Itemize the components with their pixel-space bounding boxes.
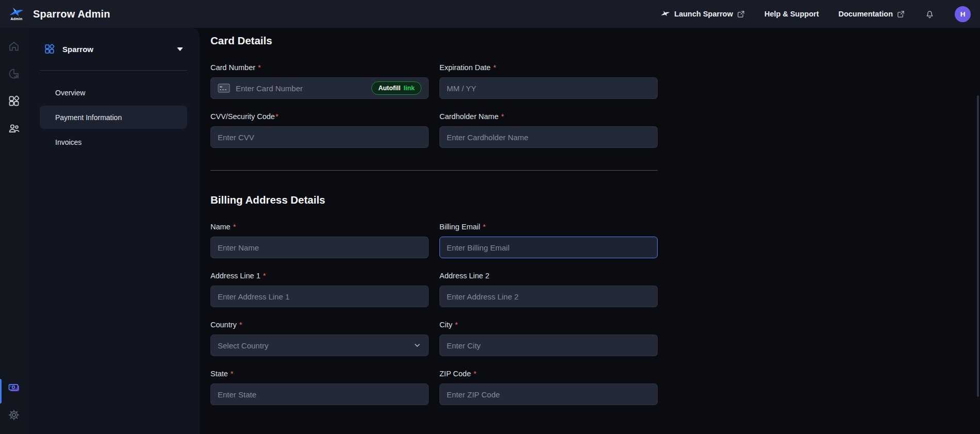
launch-sparrow-label: Launch Sparrow bbox=[674, 10, 733, 18]
external-link-icon bbox=[737, 10, 745, 18]
required-marker: * bbox=[493, 63, 496, 72]
launch-sparrow-link[interactable]: Launch Sparrow bbox=[661, 10, 745, 18]
name-field: Name * bbox=[210, 223, 429, 258]
app-logo: Admin bbox=[6, 7, 27, 21]
expiration-date-field: Expiration Date * bbox=[439, 63, 658, 99]
sidebar-item-invoices[interactable]: Invoices bbox=[40, 130, 187, 154]
city-input[interactable] bbox=[447, 335, 650, 356]
required-marker: * bbox=[473, 370, 477, 378]
required-marker: * bbox=[501, 112, 504, 121]
expiration-date-input[interactable] bbox=[447, 78, 650, 98]
chevron-down-icon bbox=[413, 341, 421, 349]
credit-card-icon bbox=[218, 84, 230, 93]
cvv-label: CVV/Security Code * bbox=[210, 112, 429, 121]
payment-form: Card Details Card Number * bbox=[200, 28, 980, 434]
state-input[interactable] bbox=[218, 384, 421, 405]
card-number-label: Card Number * bbox=[210, 63, 429, 72]
country-field: Country * Select Country bbox=[210, 321, 429, 356]
billing-email-field: Billing Email * bbox=[439, 223, 658, 258]
billing-email-input[interactable] bbox=[447, 237, 650, 258]
cvv-field: CVV/Security Code * bbox=[210, 112, 429, 148]
zip-code-field: ZIP Code * bbox=[439, 370, 658, 405]
section-divider bbox=[210, 170, 658, 171]
vertical-scrollbar[interactable] bbox=[977, 95, 979, 397]
state-field: State * bbox=[210, 370, 429, 405]
required-marker: * bbox=[233, 223, 236, 231]
workspace-grid-icon bbox=[44, 43, 55, 55]
billing-email-label: Billing Email * bbox=[439, 223, 658, 231]
documentation-link[interactable]: Documentation bbox=[838, 10, 905, 18]
address-line-1-field: Address Line 1 * bbox=[210, 272, 429, 307]
name-label: Name * bbox=[210, 223, 429, 231]
address-line-1-label: Address Line 1 * bbox=[210, 272, 429, 280]
home-icon[interactable] bbox=[0, 35, 27, 58]
cardholder-name-label: Cardholder Name * bbox=[439, 112, 658, 121]
expiration-date-label: Expiration Date * bbox=[439, 63, 658, 72]
user-avatar[interactable]: H bbox=[955, 6, 971, 22]
address-line-2-field: Address Line 2 bbox=[439, 272, 658, 307]
apps-grid-icon[interactable] bbox=[0, 90, 27, 112]
chevron-down-icon bbox=[177, 47, 183, 51]
documentation-label: Documentation bbox=[838, 10, 893, 18]
autofill-link-label: link bbox=[403, 85, 415, 92]
required-marker: * bbox=[455, 321, 458, 329]
address-line-1-input[interactable] bbox=[218, 286, 421, 307]
name-input[interactable] bbox=[218, 237, 421, 258]
card-number-input[interactable] bbox=[236, 78, 371, 98]
cardholder-name-input[interactable] bbox=[447, 127, 650, 147]
zip-code-input[interactable] bbox=[447, 384, 650, 405]
address-line-2-input[interactable] bbox=[447, 286, 650, 307]
sidebar-item-overview[interactable]: Overview bbox=[40, 81, 187, 104]
city-field: City * bbox=[439, 321, 658, 356]
workspace-selector[interactable]: Sparrow bbox=[40, 43, 187, 55]
help-support-label: Help & Support bbox=[764, 10, 819, 18]
country-select-value: Select Country bbox=[218, 341, 413, 350]
card-details-title: Card Details bbox=[210, 35, 980, 47]
address-line-2-label: Address Line 2 bbox=[439, 272, 658, 280]
analytics-icon[interactable] bbox=[0, 62, 27, 85]
active-rail-indicator bbox=[0, 379, 2, 404]
external-link-icon bbox=[897, 10, 905, 18]
settings-gear-icon[interactable] bbox=[0, 404, 27, 426]
zip-code-label: ZIP Code * bbox=[439, 370, 658, 378]
state-label: State * bbox=[210, 370, 429, 378]
icon-rail bbox=[0, 28, 27, 434]
autofill-label: Autofill bbox=[378, 85, 400, 92]
app-title: Sparrow Admin bbox=[33, 8, 110, 20]
workspace-name: Sparrow bbox=[62, 45, 93, 54]
required-marker: * bbox=[258, 63, 261, 72]
billing-address-title: Billing Address Details bbox=[210, 194, 980, 206]
notifications-bell-icon[interactable] bbox=[924, 9, 935, 20]
card-number-field: Card Number * Autofill link bbox=[210, 63, 429, 99]
topbar: Admin Sparrow Admin Launch Sparrow Help … bbox=[0, 0, 980, 28]
cvv-input[interactable] bbox=[218, 127, 421, 147]
users-icon[interactable] bbox=[0, 117, 27, 140]
sidebar-item-payment-information[interactable]: Payment Information bbox=[40, 106, 187, 129]
required-marker: * bbox=[263, 272, 266, 280]
logo-sub-label: Admin bbox=[11, 17, 23, 21]
autofill-link-button[interactable]: Autofill link bbox=[371, 81, 421, 95]
required-marker: * bbox=[483, 223, 486, 231]
sidebar-divider bbox=[40, 70, 187, 71]
sidebar: Sparrow Overview Payment Information Inv… bbox=[27, 28, 200, 434]
billing-icon[interactable] bbox=[0, 376, 27, 399]
bird-icon bbox=[661, 10, 670, 18]
country-select[interactable]: Select Country bbox=[210, 335, 429, 356]
country-label: Country * bbox=[210, 321, 429, 329]
required-marker: * bbox=[275, 112, 279, 121]
cardholder-name-field: Cardholder Name * bbox=[439, 112, 658, 148]
required-marker: * bbox=[231, 370, 234, 378]
city-label: City * bbox=[439, 321, 658, 329]
required-marker: * bbox=[239, 321, 242, 329]
help-support-link[interactable]: Help & Support bbox=[764, 10, 819, 18]
